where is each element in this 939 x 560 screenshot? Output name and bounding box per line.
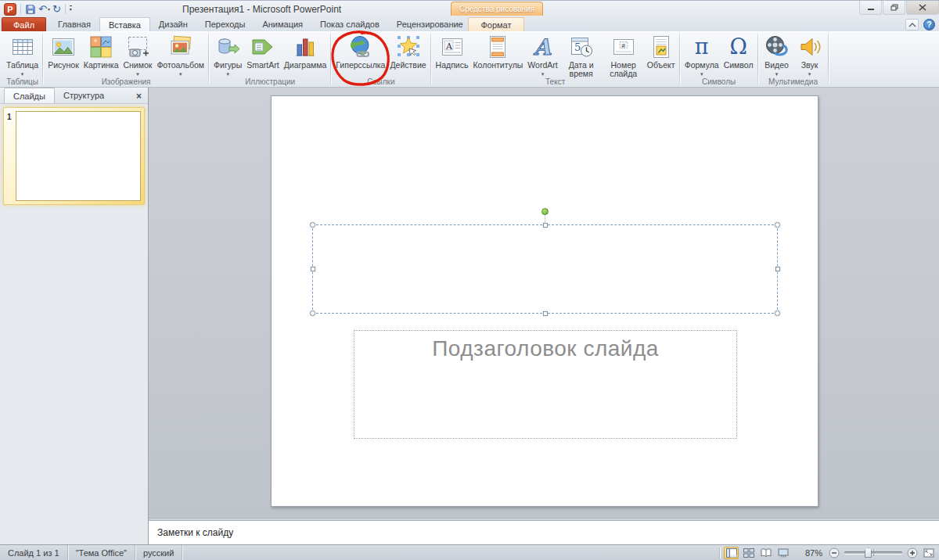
equation-icon: π bbox=[695, 34, 709, 60]
slide-thumbnail-selected[interactable]: 1 bbox=[3, 107, 145, 205]
save-button[interactable] bbox=[25, 4, 36, 15]
clipart-button[interactable]: Картинка bbox=[81, 33, 121, 70]
shapes-button[interactable]: Фигуры ▾ bbox=[211, 33, 244, 77]
slides-panel: Слайды Структура × 1 bbox=[0, 88, 149, 544]
slideshow-view-button[interactable] bbox=[775, 547, 790, 559]
chart-button[interactable]: Диаграмма bbox=[282, 33, 329, 70]
video-button[interactable]: Видео ▾ bbox=[761, 33, 793, 77]
restore-icon bbox=[890, 4, 898, 11]
fit-to-window-button[interactable] bbox=[922, 547, 936, 559]
divider bbox=[719, 547, 720, 558]
rotate-handle[interactable] bbox=[541, 208, 549, 215]
title-placeholder-selected[interactable] bbox=[312, 224, 778, 314]
normal-view-button[interactable] bbox=[724, 547, 739, 559]
minimize-icon bbox=[867, 4, 875, 11]
resize-handle-s[interactable] bbox=[543, 311, 548, 316]
divider bbox=[20, 4, 21, 14]
zoom-percentage[interactable]: 87% bbox=[797, 548, 822, 558]
clipart-icon bbox=[88, 34, 113, 60]
slide-canvas[interactable]: Подзаголовок слайда bbox=[271, 95, 818, 507]
group-label: Символы bbox=[680, 77, 758, 86]
object-button[interactable]: Объект bbox=[645, 33, 678, 70]
header-footer-button[interactable]: Колонтитулы bbox=[470, 33, 525, 70]
equation-button[interactable]: π Формула ▾ bbox=[682, 33, 721, 77]
header-footer-icon bbox=[485, 34, 510, 60]
text-box-icon: A bbox=[440, 34, 465, 60]
tab-file[interactable]: Файл bbox=[2, 17, 46, 32]
language-indicator[interactable]: русский bbox=[135, 545, 182, 560]
hyperlink-icon bbox=[348, 34, 373, 60]
resize-handle-se[interactable] bbox=[775, 311, 780, 316]
titlebar: P ↶▾ ↻ ▾ Презентация1 - Microsoft PowerP… bbox=[0, 0, 939, 31]
workspace: Подзаголовок слайда Заметки к слайду bbox=[149, 88, 939, 544]
table-button[interactable]: Таблица ▾ bbox=[4, 33, 41, 77]
resize-handle-e[interactable] bbox=[775, 267, 780, 271]
slide-number-button[interactable]: # Номер слайда bbox=[603, 33, 645, 79]
hyperlink-button[interactable]: Гиперссылка bbox=[333, 33, 387, 70]
notes-pane[interactable]: Заметки к слайду bbox=[149, 521, 939, 544]
ribbon-group-text: A Надпись Колонтитулы A WordArt ▾ 5 Дата… bbox=[431, 31, 680, 87]
zoom-slider[interactable] bbox=[844, 551, 902, 554]
tab-home[interactable]: Главная bbox=[49, 17, 99, 32]
divider bbox=[65, 4, 66, 14]
tab-design[interactable]: Дизайн bbox=[150, 17, 196, 32]
resize-handle-sw[interactable] bbox=[310, 311, 315, 316]
zoom-slider-thumb[interactable] bbox=[865, 547, 872, 558]
tab-slideshow[interactable]: Показ слайдов bbox=[311, 17, 388, 32]
restore-button[interactable] bbox=[883, 1, 905, 15]
date-time-button[interactable]: 5 Дата и время bbox=[560, 33, 603, 79]
tab-transitions[interactable]: Переходы bbox=[196, 17, 254, 32]
dropdown-arrow-icon: ▾ bbox=[136, 71, 139, 77]
audio-button[interactable]: Звук ▾ bbox=[793, 33, 826, 77]
redo-button[interactable]: ↻ bbox=[52, 4, 61, 15]
action-button[interactable]: Действие bbox=[387, 33, 428, 70]
ribbon-group-media: Видео ▾ Звук ▾ Мультимедиа bbox=[758, 31, 829, 87]
dropdown-arrow-icon: ▾ bbox=[48, 4, 50, 15]
tab-animations[interactable]: Анимация bbox=[254, 17, 311, 32]
collapse-ribbon-button[interactable] bbox=[905, 19, 919, 31]
dropdown-arrow-icon: ▾ bbox=[700, 71, 703, 77]
subtitle-placeholder[interactable]: Подзаголовок слайда bbox=[354, 330, 737, 439]
slide-sorter-view-button[interactable] bbox=[741, 547, 756, 559]
photo-album-button[interactable]: Фотоальбом ▾ bbox=[154, 33, 207, 77]
photo-album-icon bbox=[168, 34, 193, 60]
tab-format[interactable]: Формат bbox=[468, 17, 524, 32]
group-label: Ссылки bbox=[331, 77, 430, 86]
shapes-icon bbox=[215, 34, 240, 60]
tab-insert[interactable]: Вставка bbox=[99, 17, 150, 32]
slide-thumbnail[interactable] bbox=[16, 111, 141, 201]
group-label: Текст bbox=[431, 77, 680, 86]
resize-handle-n[interactable] bbox=[543, 223, 548, 228]
group-label: Таблицы bbox=[2, 77, 43, 86]
resize-handle-nw[interactable] bbox=[310, 222, 315, 228]
wordart-button[interactable]: A WordArt ▾ bbox=[525, 33, 559, 77]
object-icon bbox=[649, 34, 674, 60]
wordart-icon: A bbox=[531, 34, 556, 60]
resize-handle-w[interactable] bbox=[311, 267, 315, 271]
undo-button[interactable]: ↶▾ bbox=[38, 4, 50, 15]
symbol-button[interactable]: Ω Символ bbox=[721, 33, 756, 70]
close-button[interactable] bbox=[906, 1, 939, 15]
svg-text:A: A bbox=[445, 41, 453, 52]
audio-icon bbox=[797, 34, 822, 60]
minimize-button[interactable] bbox=[859, 1, 882, 15]
zoom-out-button[interactable] bbox=[829, 547, 840, 558]
help-button[interactable]: ? bbox=[923, 19, 935, 31]
slide-indicator: Слайд 1 из 1 bbox=[0, 545, 68, 560]
powerpoint-logo-icon[interactable]: P bbox=[4, 3, 16, 16]
tab-review[interactable]: Рецензирование bbox=[388, 17, 472, 32]
resize-handle-ne[interactable] bbox=[775, 222, 780, 228]
tab-slides[interactable]: Слайды bbox=[4, 88, 55, 103]
screenshot-button[interactable]: Снимок ▾ bbox=[121, 33, 154, 77]
theme-indicator: "Тема Office" bbox=[68, 545, 135, 560]
ribbon: Таблица ▾ Таблицы Рисунок Картинка Снимо… bbox=[0, 31, 939, 88]
tab-outline[interactable]: Структура bbox=[55, 88, 113, 103]
close-panel-icon[interactable]: × bbox=[134, 89, 144, 103]
reading-view-button[interactable] bbox=[758, 547, 773, 559]
smartart-button[interactable]: SmartArt bbox=[244, 33, 281, 70]
customize-quick-access-button[interactable]: ▾ bbox=[70, 5, 72, 13]
zoom-in-button[interactable] bbox=[907, 547, 918, 558]
text-box-button[interactable]: A Надпись bbox=[434, 33, 471, 70]
zoom-in-icon bbox=[907, 547, 918, 558]
picture-button[interactable]: Рисунок bbox=[45, 33, 81, 70]
